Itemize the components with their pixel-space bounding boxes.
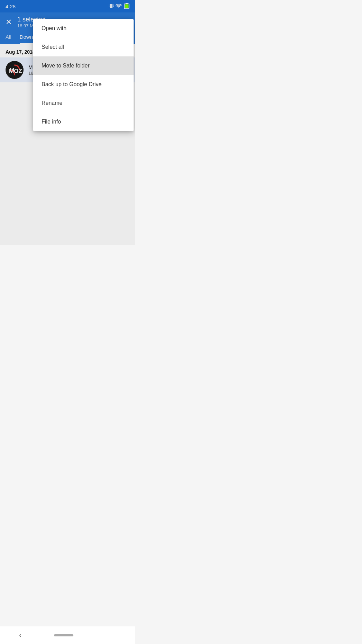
menu-item-open-with[interactable]: Open with bbox=[33, 19, 134, 38]
menu-item-file-info[interactable]: File info bbox=[33, 112, 134, 131]
menu-item-backup-drive[interactable]: Back up to Google Drive bbox=[33, 75, 134, 94]
menu-item-select-all[interactable]: Select all bbox=[33, 38, 134, 56]
context-menu: Open with Select all Move to Safe folder… bbox=[33, 19, 134, 131]
menu-item-move-to-safe[interactable]: Move to Safe folder bbox=[33, 56, 134, 75]
menu-item-rename[interactable]: Rename bbox=[33, 94, 134, 112]
